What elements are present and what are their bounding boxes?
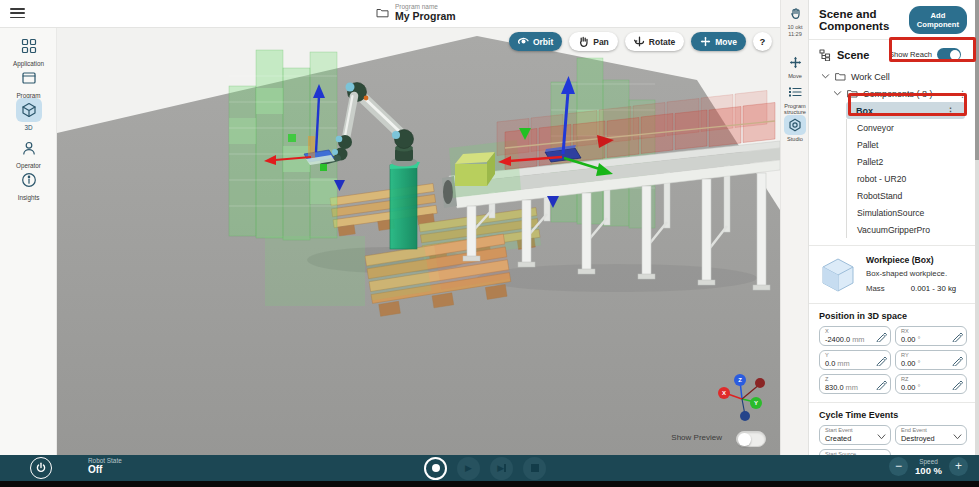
- operator-person-icon: [21, 140, 37, 156]
- show-preview-label: Show Preview: [671, 433, 722, 442]
- orbit-button[interactable]: Orbit: [509, 32, 562, 51]
- cube-3d-icon: [21, 102, 37, 118]
- position-field-y[interactable]: Y 0.0 mm: [819, 350, 891, 370]
- orbit-icon: [518, 36, 529, 47]
- axis-neg-x-handle[interactable]: [755, 378, 765, 388]
- top-bar: Program name My Program: [0, 0, 780, 28]
- show-reach-toggle[interactable]: [937, 48, 961, 61]
- panel-title: Scene and Components: [819, 8, 909, 32]
- component-list: Conveyor Pallet Pallet2 robot - UR20 Rob…: [846, 119, 975, 238]
- move-button[interactable]: Move: [691, 32, 746, 51]
- position-section-title: Position in 3D space: [809, 304, 975, 326]
- rail-item-move[interactable]: Move: [781, 52, 809, 79]
- studio-icon: [788, 118, 802, 132]
- tree-node-robot-ur20[interactable]: robot - UR20: [847, 170, 975, 187]
- edit-pencil-icon[interactable]: [876, 355, 887, 366]
- position-field-z[interactable]: Z 830.0 mm: [819, 374, 891, 394]
- robot-power-button[interactable]: [30, 457, 52, 479]
- speed-label: Speed: [919, 458, 937, 465]
- kebab-menu-icon[interactable]: ⋮: [958, 89, 975, 99]
- rotate-button[interactable]: Rotate: [625, 32, 684, 51]
- help-button[interactable]: ?: [753, 32, 772, 51]
- scene-components-panel: Scene and Components Add Component Scene…: [808, 0, 975, 455]
- hamburger-menu-icon[interactable]: [10, 8, 25, 19]
- mass-label: Mass: [866, 284, 885, 293]
- tree-node-work-cell[interactable]: Work Cell: [809, 68, 975, 85]
- workpiece-title: Workpiece (Box): [866, 255, 956, 265]
- position-field-x[interactable]: X -2400.0 mm: [819, 326, 891, 346]
- orientation-gizmo[interactable]: Z X Y: [712, 371, 774, 427]
- program-name: My Program: [395, 10, 456, 22]
- position-field-ry[interactable]: RY 0.00 °: [895, 350, 967, 370]
- play-button[interactable]: ▶: [457, 457, 480, 480]
- axis-neg-z-handle[interactable]: [740, 411, 750, 421]
- carton-box[interactable]: [455, 152, 495, 186]
- position-field-rz[interactable]: RZ 0.00 °: [895, 374, 967, 394]
- rotate-icon: [634, 36, 645, 47]
- show-reach-label: Show Reach: [889, 50, 932, 59]
- simulation-controls: ▶ ▶: [424, 457, 546, 480]
- move-icon: [789, 56, 802, 69]
- show-preview-toggle[interactable]: [736, 431, 766, 447]
- position-fields: X -2400.0 mm RX 0.00 ° Y 0.0 mm RY 0.00 …: [809, 326, 975, 402]
- robot-state: Robot State Off: [88, 457, 122, 475]
- kebab-menu-icon[interactable]: ⋮: [946, 106, 963, 116]
- 3d-viewport[interactable]: Orbit Pan Rotate Move ? Show Preview: [57, 28, 780, 455]
- sidebar-item-insights[interactable]: Insights: [0, 168, 57, 201]
- edit-pencil-icon[interactable]: [876, 331, 887, 342]
- tree-node-components[interactable]: Components ( 8 ) ⋮: [809, 85, 975, 102]
- workpiece-card: Workpiece (Box) Box-shaped workpiece. Ma…: [809, 246, 975, 303]
- position-field-rx[interactable]: RX 0.00 °: [895, 326, 967, 346]
- show-reach-control: Show Reach: [889, 48, 965, 61]
- program-window-icon: [21, 70, 37, 86]
- start-event-dropdown[interactable]: Start Event Created: [819, 425, 891, 445]
- rail-item-studio[interactable]: Studio: [781, 115, 809, 142]
- pan-button[interactable]: Pan: [569, 32, 618, 51]
- program-structure-icon: [788, 86, 802, 98]
- panel-scrollbar[interactable]: [975, 0, 979, 455]
- speed-decrease-button[interactable]: −: [889, 457, 908, 476]
- cycle-section-title: Cycle Time Events: [809, 403, 975, 425]
- folder-icon: [847, 89, 858, 98]
- tree-node-vacuumgripperpro[interactable]: VacuumGripperPro: [847, 221, 975, 238]
- sidebar-item-operator[interactable]: Operator: [0, 136, 57, 169]
- sidebar-item-application[interactable]: Application: [0, 34, 57, 67]
- add-component-button[interactable]: Add Component: [909, 6, 967, 34]
- viewport-toolbar: Orbit Pan Rotate Move ?: [509, 32, 772, 51]
- tree-node-pallet[interactable]: Pallet: [847, 136, 975, 153]
- edit-pencil-icon[interactable]: [952, 355, 963, 366]
- mass-value: 0.001 - 30 kg: [911, 284, 957, 293]
- program-header: Program name My Program: [376, 3, 456, 22]
- bottom-black-strip: [0, 481, 979, 487]
- pan-hand-icon: [578, 36, 589, 47]
- rail-item-program-structure[interactable]: Program structure: [781, 82, 809, 116]
- end-event-dropdown[interactable]: End Event Destroyed: [895, 425, 967, 445]
- folder-icon: [376, 7, 389, 18]
- robot-stand[interactable]: [390, 160, 420, 249]
- chevron-down-icon: [833, 89, 842, 98]
- robot-state-label: Robot State: [88, 457, 122, 464]
- tree-node-box-selected[interactable]: Box ⋮: [846, 102, 965, 119]
- record-target-button[interactable]: [424, 457, 447, 480]
- edit-pencil-icon[interactable]: [952, 379, 963, 390]
- rail-pointer-tool[interactable]: [781, 8, 809, 20]
- move-icon: [700, 36, 711, 47]
- step-forward-button[interactable]: ▶: [490, 457, 513, 480]
- sidebar-item-3d[interactable]: 3D: [0, 98, 57, 131]
- speed-increase-button[interactable]: +: [949, 457, 968, 476]
- edit-pencil-icon[interactable]: [952, 331, 963, 342]
- stop-button[interactable]: [523, 457, 546, 480]
- tree-node-robotstand[interactable]: RobotStand: [847, 187, 975, 204]
- edit-pencil-icon[interactable]: [876, 379, 887, 390]
- scene-header: Scene: [819, 49, 869, 61]
- hand-tool-icon: [789, 8, 802, 20]
- sidebar-item-program[interactable]: Program: [0, 66, 57, 99]
- tree-node-simulationsource[interactable]: SimulationSource: [847, 204, 975, 221]
- app-window: Program name My Program Application Prog…: [0, 0, 979, 487]
- tree-node-conveyor[interactable]: Conveyor: [847, 119, 975, 136]
- clock-display: 10 okt 11:29: [781, 24, 809, 39]
- tree-node-pallet2[interactable]: Pallet2: [847, 153, 975, 170]
- insights-info-icon: [21, 172, 37, 188]
- chevron-down-icon: [953, 434, 962, 440]
- speed-value: 100 %: [915, 465, 942, 476]
